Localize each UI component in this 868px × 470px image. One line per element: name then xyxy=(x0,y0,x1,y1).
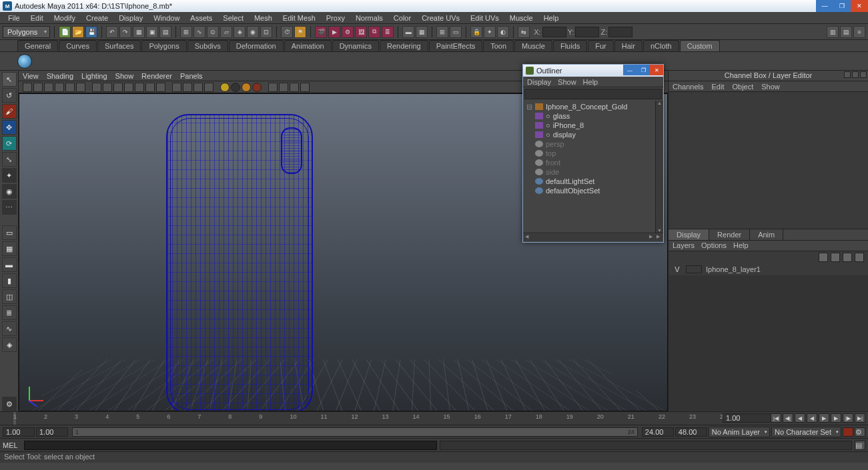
sidebar-toggle-b[interactable]: ▤ xyxy=(840,26,852,38)
layer-row[interactable]: V Iphone_8_layer1 xyxy=(669,263,868,275)
cb-menu-channels[interactable]: Channels xyxy=(673,83,703,91)
save-scene-button[interactable]: 💾 xyxy=(85,26,97,38)
cb-menu-show[interactable]: Show xyxy=(761,83,780,91)
outliner-filter-input[interactable] xyxy=(524,89,662,99)
script-editor-button[interactable]: ▤ xyxy=(855,441,865,450)
vp-icon[interactable] xyxy=(76,83,85,92)
shelf-tab-custom[interactable]: Custom xyxy=(680,40,720,51)
outliner-maximize-button[interactable]: ❐ xyxy=(636,65,650,75)
vp-menu-view[interactable]: View xyxy=(23,72,39,80)
outliner-menu-show[interactable]: Show xyxy=(558,78,576,86)
vp-icon[interactable] xyxy=(135,83,144,92)
layer-menu-layers[interactable]: Layers xyxy=(673,241,695,249)
shelf-tab-subdivs[interactable]: Subdivs xyxy=(187,40,228,51)
vp-icon[interactable] xyxy=(268,83,278,92)
step-back-button[interactable]: ◀ xyxy=(795,413,805,423)
layout-single-icon[interactable]: ▭ xyxy=(2,225,17,240)
render-settings-button[interactable]: ⚙ xyxy=(342,26,354,38)
step-forward-key-button[interactable]: |▶ xyxy=(843,413,853,423)
isolate-button[interactable]: ◐ xyxy=(497,26,509,38)
menu-color[interactable]: Color xyxy=(388,13,416,23)
vp-icon[interactable] xyxy=(44,83,53,92)
vp-icon[interactable] xyxy=(279,83,288,92)
anim-layer-dropdown[interactable]: No Anim Layer xyxy=(709,427,770,437)
select-tool-icon[interactable]: ↖ xyxy=(2,72,17,87)
menu-proxy[interactable]: Proxy xyxy=(321,13,350,23)
x-input[interactable] xyxy=(542,27,566,37)
snap-curve-button[interactable]: ∿ xyxy=(193,26,205,38)
vp-light-icon[interactable] xyxy=(242,83,251,92)
outliner-minimize-button[interactable]: — xyxy=(623,65,636,75)
layer-new-icon[interactable] xyxy=(819,253,828,262)
outliner-titlebar[interactable]: Outliner — ❐ ✕ xyxy=(523,65,663,77)
script-language-label[interactable]: MEL xyxy=(3,441,21,449)
tree-row[interactable]: front xyxy=(523,158,663,167)
abs-transform-button[interactable]: ⇆ xyxy=(518,26,530,38)
panel-icon[interactable] xyxy=(844,71,851,78)
vp-icon[interactable] xyxy=(193,83,203,92)
shelf-tab-surfaces[interactable]: Surfaces xyxy=(97,40,141,51)
range-slider[interactable]: 1 24 xyxy=(72,427,638,437)
shelf-tab-curves[interactable]: Curves xyxy=(59,40,97,51)
layout-four-icon[interactable]: ▦ xyxy=(2,241,17,256)
input-mode-button[interactable]: ⊞ xyxy=(436,26,448,38)
tree-row[interactable]: ○glass xyxy=(523,111,663,121)
redo-button[interactable]: ↷ xyxy=(119,26,131,38)
layer-tab-anim[interactable]: Anim xyxy=(750,229,783,240)
shelf-tab-toon[interactable]: Toon xyxy=(483,40,514,51)
snap-grid-button[interactable]: ⊞ xyxy=(180,26,192,38)
vp-icon[interactable] xyxy=(65,83,75,92)
snap-point-button[interactable]: ⊙ xyxy=(207,26,219,38)
render-view-button[interactable]: 🖼 xyxy=(355,26,367,38)
vp-icon[interactable] xyxy=(124,83,133,92)
layout-outliner-icon[interactable]: ≣ xyxy=(2,305,17,320)
sidebar-toggle-c[interactable]: ≡ xyxy=(853,26,865,38)
layer-menu-help[interactable]: Help xyxy=(733,241,749,249)
prefs-button[interactable]: ⚙ xyxy=(855,427,865,437)
select-object-button[interactable]: ▣ xyxy=(146,26,158,38)
input-line-button[interactable]: ▭ xyxy=(450,26,462,38)
layer-color-swatch[interactable] xyxy=(686,265,702,273)
vp-icon[interactable] xyxy=(55,83,64,92)
tree-row[interactable]: top xyxy=(523,149,663,158)
menu-window[interactable]: Window xyxy=(148,13,185,23)
vp-icon[interactable] xyxy=(92,83,101,92)
tree-row[interactable]: ⊟Iphone_8_Concept_Gold xyxy=(523,102,663,111)
vp-menu-lighting[interactable]: Lighting xyxy=(81,72,107,80)
menu-edituvs[interactable]: Edit UVs xyxy=(465,13,504,23)
vp-icon[interactable] xyxy=(23,83,32,92)
outliner-close-button[interactable]: ✕ xyxy=(650,65,663,75)
menu-select[interactable]: Select xyxy=(218,13,249,23)
playback-end-field[interactable] xyxy=(642,427,674,437)
shelf-tab-fur[interactable]: Fur xyxy=(588,40,614,51)
layout-graph-icon[interactable]: ∿ xyxy=(2,321,17,336)
auto-key-button[interactable] xyxy=(843,427,853,437)
menu-assets[interactable]: Assets xyxy=(185,13,218,23)
play-forward-button[interactable]: ▶ xyxy=(819,413,829,423)
current-frame-field[interactable]: 1.00 xyxy=(723,413,776,423)
batch-render-button[interactable]: ⧉ xyxy=(368,26,380,38)
menu-display[interactable]: Display xyxy=(113,13,148,23)
shelf-tab-dynamics[interactable]: Dynamics xyxy=(332,40,379,51)
tree-row[interactable]: ○iPhone_8 xyxy=(523,121,663,130)
anim-start-field[interactable] xyxy=(3,427,35,437)
snap-plane-button[interactable]: ▱ xyxy=(220,26,232,38)
vp-icon[interactable] xyxy=(300,83,310,92)
layout-two-h-icon[interactable]: ▬ xyxy=(2,257,17,272)
highlight-button[interactable]: ✦ xyxy=(484,26,496,38)
vp-icon[interactable] xyxy=(156,83,165,92)
playback-start-field[interactable] xyxy=(36,427,68,437)
ipr-render-button[interactable]: ▶ xyxy=(328,26,340,38)
snap-live-button[interactable]: ◈ xyxy=(234,26,246,38)
step-forward-button[interactable]: ▶ xyxy=(831,413,841,423)
lock-button[interactable]: 🔒 xyxy=(470,26,482,38)
layout-persp-icon[interactable]: ◫ xyxy=(2,289,17,304)
cb-menu-edit[interactable]: Edit xyxy=(711,83,724,91)
shelf-custom-icon[interactable] xyxy=(17,54,32,69)
shelf-tab-painteffects[interactable]: PaintEffects xyxy=(429,40,483,51)
vp-menu-shading[interactable]: Shading xyxy=(47,72,73,80)
select-component-button[interactable]: ▤ xyxy=(159,26,171,38)
menu-create[interactable]: Create xyxy=(81,13,113,23)
tree-row[interactable]: side xyxy=(523,167,663,177)
shelf-tab-muscle[interactable]: Muscle xyxy=(514,40,552,51)
